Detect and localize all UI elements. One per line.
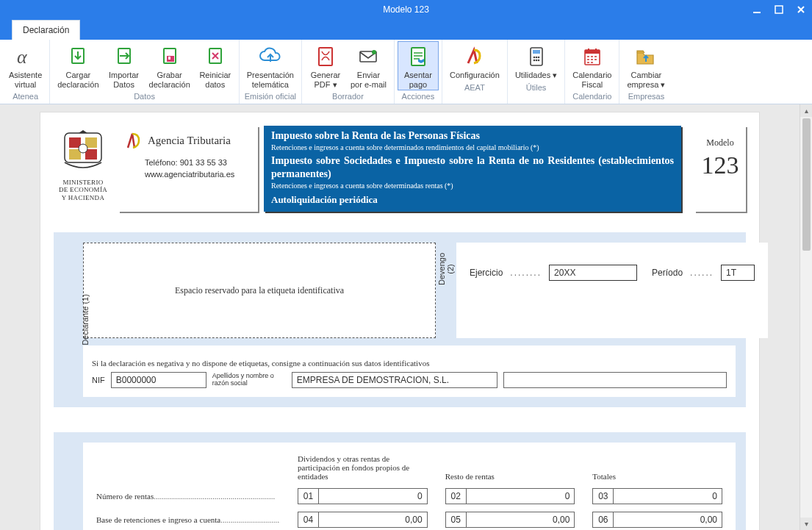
value-cell-01[interactable]: 010: [298, 488, 428, 504]
scroll-down-arrow[interactable]: ▾: [800, 518, 812, 530]
document-canvas[interactable]: MINISTERIO DE ECONOMÍA Y HACIENDA Agenci…: [0, 104, 800, 530]
periodo-field[interactable]: 1T: [721, 265, 755, 281]
calendario-fiscal-button[interactable]: Calendario Fiscal: [568, 41, 616, 90]
ribbon-group-acciones: Asentar pago Acciones: [395, 40, 442, 104]
utilidades-button[interactable]: Utilidades ▾: [511, 41, 561, 82]
cargar-declaracion-button[interactable]: Cargar declaración: [53, 41, 103, 90]
scroll-up-arrow[interactable]: ▴: [800, 104, 812, 117]
nif-field[interactable]: B0000000: [111, 372, 206, 388]
asistente-virtual-button[interactable]: α Asistente virtual: [4, 41, 46, 90]
declarante-vertical-label: Declarante (1): [81, 294, 90, 345]
ejercicio-label: Ejercicio: [470, 268, 503, 278]
enviar-email-button[interactable]: Enviar por e-mail: [346, 41, 391, 90]
importar-datos-button[interactable]: Importar Datos: [104, 41, 145, 90]
value-cell-02[interactable]: 020: [445, 488, 575, 504]
row-label: Número de rentas........................…: [96, 492, 280, 501]
periodo-label: Período: [652, 268, 683, 278]
modelo-box: Modelo 123: [694, 126, 746, 212]
aeat-logo-icon: [462, 44, 487, 69]
scroll-thumb[interactable]: [802, 118, 811, 251]
minimize-icon: [752, 5, 761, 14]
generar-pdf-button[interactable]: Generar PDF ▾: [305, 41, 346, 90]
cell-value: 0,00: [614, 512, 722, 527]
work-area: MINISTERIO DE ECONOMÍA Y HACIENDA Agenci…: [0, 104, 812, 530]
value-cell-05[interactable]: 050,00: [445, 512, 575, 528]
svg-rect-0: [753, 12, 761, 13]
svg-point-16: [535, 57, 537, 59]
aeat-small-icon: [126, 132, 142, 149]
coat-of-arms-icon: [63, 127, 103, 171]
minimize-button[interactable]: [746, 0, 768, 19]
tab-row: Declaración: [0, 19, 812, 40]
nombre-field[interactable]: EMPRESA DE DEMOSTRACION, S.L.: [292, 372, 497, 388]
payment-doc-icon: [406, 44, 431, 69]
import-doc-icon: [112, 44, 137, 69]
svg-rect-12: [412, 48, 425, 65]
svg-point-17: [537, 57, 539, 59]
reiniciar-datos-button[interactable]: Reiniciar datos: [195, 41, 236, 90]
cambiar-empresa-button[interactable]: Cambiar empresa ▾: [622, 41, 669, 90]
ejercicio-field[interactable]: 20XX: [549, 265, 637, 281]
cell-code: 04: [298, 512, 319, 527]
panel-liquidacion: Dividendos y otras rentas de participaci…: [54, 432, 746, 530]
calendar-icon: [580, 44, 605, 69]
svg-rect-1: [775, 6, 783, 13]
grabar-declaracion-button[interactable]: Grabar declaración: [145, 41, 195, 90]
group-title-utiles: Útiles: [526, 83, 547, 92]
ribbon-group-borrador: Generar PDF ▾ Enviar por e-mail Borrador: [302, 40, 395, 104]
value-cell-03[interactable]: 030: [592, 488, 722, 504]
cell-value: 0,00: [319, 512, 427, 527]
svg-point-18: [533, 60, 535, 62]
group-title-datos: Datos: [134, 92, 155, 101]
svg-rect-22: [585, 50, 600, 54]
row-label: Base de retenciones e ingreso a cuenta..…: [96, 515, 280, 524]
cell-code: 03: [593, 489, 614, 504]
cell-code: 05: [446, 512, 467, 527]
col-header-resto: Resto de rentas: [445, 472, 575, 481]
folder-open-icon: [633, 44, 658, 69]
tab-declaracion[interactable]: Declaración: [12, 20, 80, 40]
maximize-button[interactable]: [768, 0, 790, 19]
svg-point-20: [537, 60, 539, 62]
svg-point-30: [79, 144, 87, 153]
ministry-text: MINISTERIO DE ECONOMÍA Y HACIENDA: [54, 179, 112, 201]
svg-text:α: α: [17, 46, 28, 68]
columns-header: Dividendos y otras rentas de participaci…: [96, 454, 722, 481]
presentacion-telematica-button[interactable]: Presentación telemática: [242, 41, 298, 90]
reset-doc-icon: [203, 44, 228, 69]
cell-value: 0,00: [467, 512, 575, 527]
nif-label: NIF: [92, 376, 105, 384]
ribbon-group-utiles: Utilidades ▾ Útiles: [508, 40, 565, 104]
svg-rect-14: [533, 50, 540, 54]
ministry-emblem: MINISTERIO DE ECONOMÍA Y HACIENDA: [54, 126, 112, 212]
agencia-box: Agencia Tributaria Teléfono: 901 33 55 3…: [118, 126, 258, 212]
col-header-totales: Totales: [592, 472, 722, 481]
extra-blank-field[interactable]: [503, 372, 727, 388]
alpha-icon: α: [13, 44, 38, 69]
cell-value: 0: [614, 489, 722, 504]
cell-value: 0: [319, 489, 427, 504]
close-button[interactable]: [790, 0, 812, 19]
ribbon-group-emision: Presentación telemática Emisión oficial: [240, 40, 302, 104]
configuracion-button[interactable]: Configuración: [445, 41, 504, 82]
tax-description-box: Impuesto sobre la Renta de las Personas …: [264, 126, 681, 212]
scroll-track[interactable]: [802, 117, 811, 518]
group-title-emision: Emisión oficial: [245, 92, 296, 101]
ribbon-group-calendario: Calendario Fiscal Calendario: [565, 40, 619, 104]
asentar-pago-button[interactable]: Asentar pago: [398, 41, 439, 90]
agencia-telefono: Teléfono: 901 33 55 33: [145, 158, 251, 167]
svg-point-11: [372, 50, 376, 54]
cell-code: 02: [446, 489, 467, 504]
group-title-acciones: Acciones: [402, 92, 435, 101]
group-title-borrador: Borrador: [332, 92, 364, 101]
form-page: MINISTERIO DE ECONOMÍA Y HACIENDA Agenci…: [40, 112, 760, 530]
cell-code: 06: [593, 512, 614, 527]
vertical-scrollbar[interactable]: ▴ ▾: [800, 104, 812, 530]
value-cell-06[interactable]: 060,00: [592, 512, 722, 528]
svg-point-19: [535, 60, 537, 62]
ribbon-group-datos: Cargar declaración Importar Datos Grabar…: [50, 40, 240, 104]
blue-sub1: Retenciones e ingresos a cuenta sobre de…: [271, 143, 674, 151]
value-cell-04[interactable]: 040,00: [298, 512, 428, 528]
calculator-icon: [524, 44, 549, 69]
identification-row: NIF B0000000 Apellidos y nombre o razón …: [92, 372, 727, 388]
